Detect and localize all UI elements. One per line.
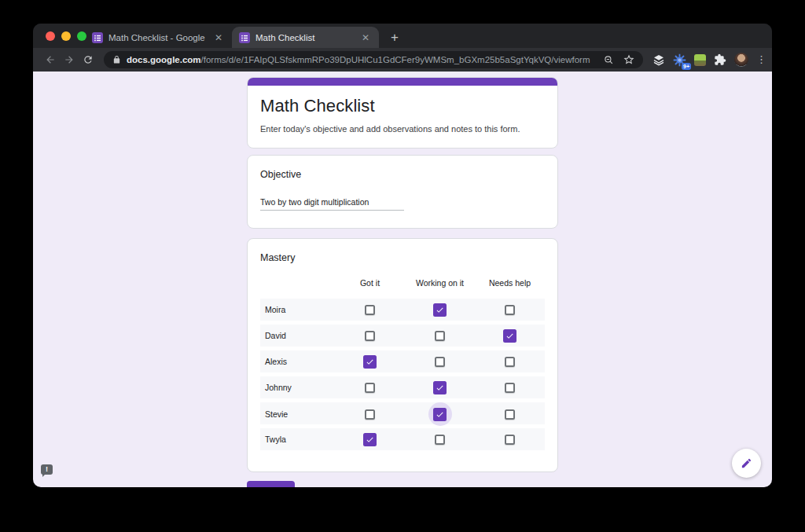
checkbox-johnny-working-on-it[interactable]: [433, 381, 447, 394]
objective-label: Objective: [260, 169, 545, 180]
browser-toolbar: docs.google.com/forms/d/e/1FAIpQLSfskmmR…: [33, 48, 772, 72]
checkbox-david-working-on-it[interactable]: [435, 331, 445, 341]
tab-math-checklist-viewform[interactable]: Math Checklist ✕: [232, 27, 379, 48]
extension-badge: 9+: [682, 63, 691, 70]
grid-row-johnny: Johnny: [260, 376, 545, 398]
close-tab-icon[interactable]: ✕: [359, 32, 372, 43]
new-tab-button[interactable]: +: [391, 31, 399, 44]
objective-question-card: Objective Two by two digit multiplicatio…: [247, 155, 558, 229]
extension-area: 9+ ⋮: [649, 53, 764, 67]
checkbox-johnny-got-it[interactable]: [365, 383, 375, 393]
checkbox-alexis-got-it[interactable]: [363, 355, 377, 369]
checkbox-twyla-needs-help[interactable]: [505, 435, 515, 445]
report-abuse-icon[interactable]: !: [41, 464, 53, 475]
checkbox-alexis-working-on-it[interactable]: [435, 357, 445, 367]
checkbox-johnny-needs-help[interactable]: [505, 383, 515, 393]
form-title: Math Checklist: [260, 96, 545, 116]
screen: Math Checklist - Google Forms ✕ Math Che…: [0, 0, 805, 532]
zoom-icon[interactable]: [604, 55, 614, 65]
grid-row-david: David: [260, 325, 545, 347]
google-forms-icon: [92, 32, 103, 43]
grid-column-header: Needs help: [475, 278, 545, 288]
mastery-grid: Got itWorking on itNeeds helpMoiraDavidA…: [260, 273, 545, 450]
close-tab-icon[interactable]: ✕: [212, 32, 225, 43]
form-accent-bar: [248, 78, 557, 86]
browser-menu-icon[interactable]: ⋮: [756, 58, 764, 62]
tab-math-checklist-editor[interactable]: Math Checklist - Google Forms ✕: [85, 27, 232, 48]
grid-column-header: Got it: [335, 278, 405, 288]
submit-button[interactable]: Submit: [247, 481, 295, 487]
row-label: Twyla: [260, 435, 335, 444]
mastery-question-card: Mastery Got itWorking on itNeeds helpMoi…: [247, 238, 558, 472]
lock-icon: [112, 55, 121, 64]
form-column: Math Checklist Enter today's objective a…: [247, 77, 558, 487]
pencil-icon: [741, 457, 752, 469]
checkbox-focus-halo: [428, 402, 452, 426]
close-window-button[interactable]: [46, 31, 55, 41]
checkbox-twyla-working-on-it[interactable]: [435, 435, 445, 445]
fullscreen-window-button[interactable]: [77, 31, 86, 41]
back-icon[interactable]: [41, 54, 60, 65]
mastery-label: Mastery: [260, 252, 545, 263]
objective-input[interactable]: Two by two digit multiplication: [260, 197, 404, 211]
row-label: Stevie: [260, 409, 335, 419]
row-label: Johnny: [260, 383, 335, 392]
form-description: Enter today's objective and add observat…: [260, 124, 545, 134]
checkbox-david-needs-help[interactable]: [503, 329, 516, 343]
minimize-window-button[interactable]: [61, 31, 71, 41]
checkbox-alexis-needs-help[interactable]: [505, 357, 515, 367]
tab-title: Math Checklist: [255, 33, 354, 42]
checkbox-stevie-working-on-it[interactable]: [433, 408, 447, 421]
edit-form-fab[interactable]: [732, 449, 761, 478]
checkbox-moira-needs-help[interactable]: [505, 305, 515, 315]
checkbox-david-got-it[interactable]: [365, 331, 375, 341]
row-label: Alexis: [260, 357, 335, 366]
grid-row-alexis: Alexis: [260, 350, 545, 372]
address-bar[interactable]: docs.google.com/forms/d/e/1FAIpQLSfskmmR…: [104, 51, 643, 68]
form-header-card: Math Checklist Enter today's objective a…: [247, 77, 558, 149]
extensions-puzzle-icon[interactable]: [714, 53, 726, 66]
form-page: Math Checklist Enter today's objective a…: [33, 72, 772, 487]
forward-icon[interactable]: [60, 54, 79, 65]
checkbox-moira-working-on-it[interactable]: [433, 303, 447, 317]
grid-header-row: Got itWorking on itNeeds help: [260, 273, 545, 292]
checkbox-twyla-got-it[interactable]: [363, 433, 377, 446]
gear-extension-icon[interactable]: 9+: [673, 53, 686, 67]
grid-row-twyla: Twyla: [260, 428, 545, 450]
tab-strip: Math Checklist - Google Forms ✕ Math Che…: [33, 24, 772, 48]
checkbox-moira-got-it[interactable]: [365, 305, 375, 315]
grid-column-header: Working on it: [405, 278, 475, 288]
grid-row-stevie: Stevie: [260, 402, 545, 424]
checkbox-stevie-needs-help[interactable]: [505, 409, 515, 420]
url-path: /forms/d/e/1FAIpQLSfskmmRPo39DpUHlCu1GdC…: [201, 55, 590, 64]
checkbox-stevie-got-it[interactable]: [365, 409, 375, 420]
browser-window: Math Checklist - Google Forms ✕ Math Che…: [33, 24, 772, 487]
window-controls: [46, 31, 86, 41]
grid-row-moira: Moira: [260, 299, 545, 321]
url-domain: docs.google.com: [127, 55, 201, 64]
url-text: docs.google.com/forms/d/e/1FAIpQLSfskmmR…: [127, 55, 598, 64]
reload-icon[interactable]: [79, 54, 97, 65]
green-extension-icon[interactable]: [694, 54, 706, 66]
row-label: Moira: [260, 305, 335, 314]
row-label: David: [260, 331, 335, 340]
layers-extension-icon[interactable]: [652, 53, 665, 66]
profile-avatar[interactable]: [734, 53, 748, 67]
bookmark-star-icon[interactable]: [623, 54, 634, 65]
tab-title: Math Checklist - Google Forms: [108, 33, 207, 42]
google-forms-icon: [239, 32, 250, 43]
